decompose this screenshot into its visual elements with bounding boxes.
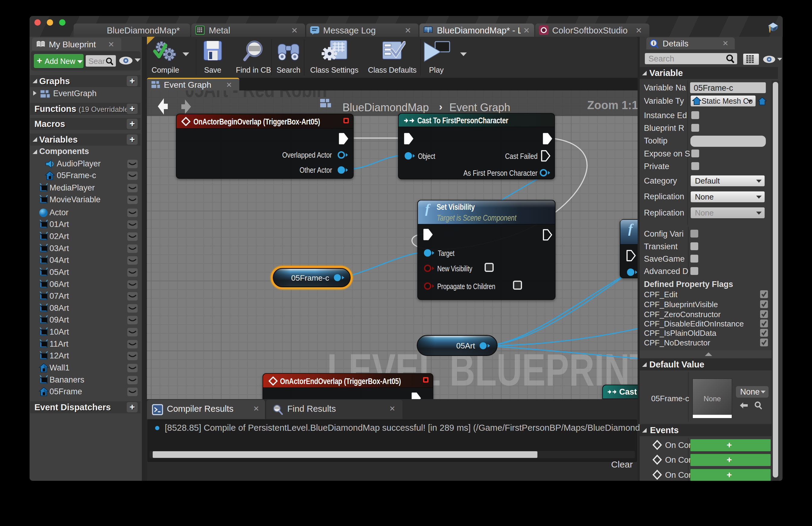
svg-text:i: i	[653, 40, 654, 46]
